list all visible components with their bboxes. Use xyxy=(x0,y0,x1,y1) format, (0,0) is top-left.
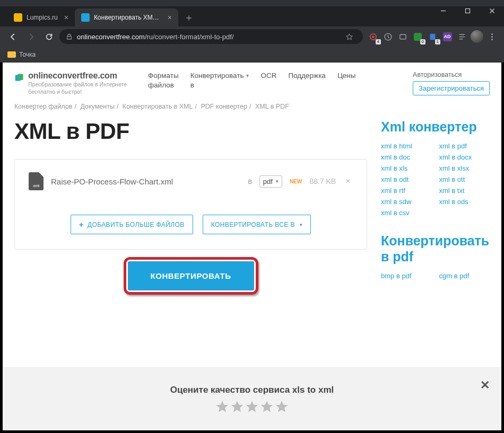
star-icon[interactable] xyxy=(342,29,357,44)
breadcrumb-link[interactable]: Конвертер файлов xyxy=(14,103,72,110)
sidebar-link[interactable]: xml в odt xyxy=(381,175,432,183)
new-badge: NEW xyxy=(290,179,302,184)
extension-icon[interactable]: 1 xyxy=(425,30,439,43)
auth-block: Авторизоваться Зарегистрироваться xyxy=(413,71,490,95)
extension-icon[interactable]: 4 xyxy=(366,30,380,43)
tab-onlineconvertfree[interactable]: Конвертировать XML в PDF он… × xyxy=(75,8,178,26)
svg-rect-4 xyxy=(399,34,405,39)
svg-point-2 xyxy=(372,36,374,38)
convert-button-wrap: КОНВЕРТИРОВАТЬ xyxy=(128,261,254,290)
star-icon[interactable] xyxy=(260,400,274,413)
lock-icon xyxy=(66,33,73,40)
convert-button[interactable]: КОНВЕРТИРОВАТЬ xyxy=(128,261,254,290)
rating-stars xyxy=(215,400,289,413)
maximize-button[interactable] xyxy=(455,0,480,21)
window-close-button[interactable] xyxy=(480,0,504,21)
sidebar-link[interactable]: xml в xls xyxy=(381,164,432,172)
file-card: xml Raise-PO-Process-Flow-Chart.xml в pd… xyxy=(14,159,367,250)
sidebar-link[interactable]: xml в ods xyxy=(439,198,490,206)
sidebar-heading: Конвертироватьв pdf xyxy=(381,233,490,264)
sidebar: Xml конвертер xml в html xml в pdf xml в… xyxy=(381,116,490,296)
svg-point-8 xyxy=(491,39,493,40)
star-icon[interactable] xyxy=(230,400,244,413)
minimize-button[interactable] xyxy=(431,0,455,21)
tab-strip: Lumpics.ru × Конвертировать XML в PDF он… xyxy=(0,6,504,26)
file-name: Raise-PO-Process-Flow-Chart.xml xyxy=(51,177,240,186)
breadcrumb-link[interactable]: Конвертировать в XML xyxy=(123,103,193,110)
chevron-down-icon: ▾ xyxy=(246,72,249,79)
reload-button[interactable] xyxy=(41,29,56,44)
sidebar-link[interactable]: cgm в pdf xyxy=(439,272,490,280)
sidebar-heading: Xml конвертер xyxy=(381,119,490,135)
url-text: onlineconvertfree.com/ru/convert-format/… xyxy=(77,33,234,41)
window-controls xyxy=(431,0,504,21)
sidebar-link[interactable]: xml в txt xyxy=(439,187,490,195)
login-link[interactable]: Авторизоваться xyxy=(413,71,462,78)
sidebar-links-2: bmp в pdf cgm в pdf xyxy=(381,272,490,280)
sidebar-link[interactable]: xml в pdf xyxy=(439,142,490,150)
nav-convert-to[interactable]: Конвертировать▾ в xyxy=(190,71,249,90)
logo[interactable]: onlineconvertfree.com Преобразование фай… xyxy=(14,71,136,95)
chevron-down-icon: ▾ xyxy=(276,179,279,184)
nav-support[interactable]: Поддержка xyxy=(288,71,325,81)
extension-icon[interactable] xyxy=(396,30,410,43)
close-icon[interactable]: × xyxy=(64,14,68,21)
add-more-files-button[interactable]: + ДОБАВИТЬ БОЛЬШЕ ФАЙЛОВ xyxy=(71,215,193,234)
plus-icon: + xyxy=(79,220,84,229)
sidebar-link[interactable]: xml в rtf xyxy=(381,187,432,195)
svg-point-6 xyxy=(491,33,493,35)
star-icon[interactable] xyxy=(245,400,259,413)
svg-rect-0 xyxy=(465,8,470,13)
convert-all-to-button[interactable]: КОНВЕРТИРОВАТЬ ВСЕ В ▾ xyxy=(203,215,311,234)
new-tab-button[interactable]: ＋ xyxy=(181,10,196,25)
remove-file-button[interactable]: × xyxy=(343,176,353,187)
sidebar-link[interactable]: xml в ott xyxy=(439,175,490,183)
close-icon[interactable]: × xyxy=(168,14,172,21)
file-type-icon: xml xyxy=(29,172,44,190)
rating-title: Оцените качество сервиса xls to xml xyxy=(170,385,334,395)
extension-icon[interactable]: 0 xyxy=(411,30,424,43)
titlebar xyxy=(0,0,504,6)
favicon-icon xyxy=(81,13,90,22)
address-bar[interactable]: onlineconvertfree.com/ru/convert-format/… xyxy=(59,29,363,44)
sidebar-link[interactable]: bmp в pdf xyxy=(381,272,432,280)
star-icon[interactable] xyxy=(275,400,289,413)
sidebar-links-1: xml в html xml в pdf xml в doc xml в doc… xyxy=(381,142,490,217)
sidebar-link[interactable]: xml в sdw xyxy=(381,198,432,206)
page-title: XML в PDF xyxy=(14,119,367,144)
svg-rect-10 xyxy=(18,74,23,80)
page-viewport: onlineconvertfree.com Преобразование фай… xyxy=(3,63,501,430)
breadcrumb-current: XML в PDF xyxy=(255,103,289,110)
brand-tagline: Преобразование файлов в Интернете беспла… xyxy=(28,81,136,95)
reading-list-icon[interactable] xyxy=(455,30,469,43)
forward-button[interactable] xyxy=(23,29,38,44)
sidebar-link[interactable]: xml в docx xyxy=(439,153,490,161)
avatar[interactable] xyxy=(470,30,484,43)
sidebar-link[interactable]: xml в doc xyxy=(381,153,432,161)
tab-lumpics[interactable]: Lumpics.ru × xyxy=(7,8,75,26)
format-select[interactable]: pdf▾ xyxy=(259,175,282,188)
extension-icon[interactable]: AD xyxy=(440,30,454,43)
rating-close-button[interactable]: ✕ xyxy=(480,378,490,392)
breadcrumb-link[interactable]: PDF конвертер xyxy=(201,103,247,110)
breadcrumb-link[interactable]: Документы xyxy=(80,103,114,110)
back-button[interactable] xyxy=(5,29,20,44)
sidebar-link[interactable]: xml в html xyxy=(381,142,432,150)
star-icon[interactable] xyxy=(215,400,229,413)
nav-ocr[interactable]: OCR xyxy=(260,71,276,81)
favicon-icon xyxy=(14,13,22,22)
tab-title: Lumpics.ru xyxy=(27,14,58,21)
nav-prices[interactable]: Цены xyxy=(337,71,356,81)
site-header: onlineconvertfree.com Преобразование фай… xyxy=(3,63,501,101)
extension-icon[interactable] xyxy=(381,30,395,43)
nav-formats[interactable]: Форматыфайлов xyxy=(148,71,179,90)
sidebar-link[interactable]: xml в csv xyxy=(381,209,432,217)
bookmark-item[interactable]: Точка xyxy=(19,51,36,58)
sidebar-link[interactable]: xml в xlsx xyxy=(439,164,490,172)
svg-point-7 xyxy=(491,36,493,38)
kebab-menu-icon[interactable] xyxy=(485,30,499,43)
to-label: в xyxy=(248,177,251,185)
file-row: xml Raise-PO-Process-Flow-Chart.xml в pd… xyxy=(29,172,353,190)
register-button[interactable]: Зарегистрироваться xyxy=(413,81,490,95)
browser-toolbar: onlineconvertfree.com/ru/convert-format/… xyxy=(0,26,504,47)
